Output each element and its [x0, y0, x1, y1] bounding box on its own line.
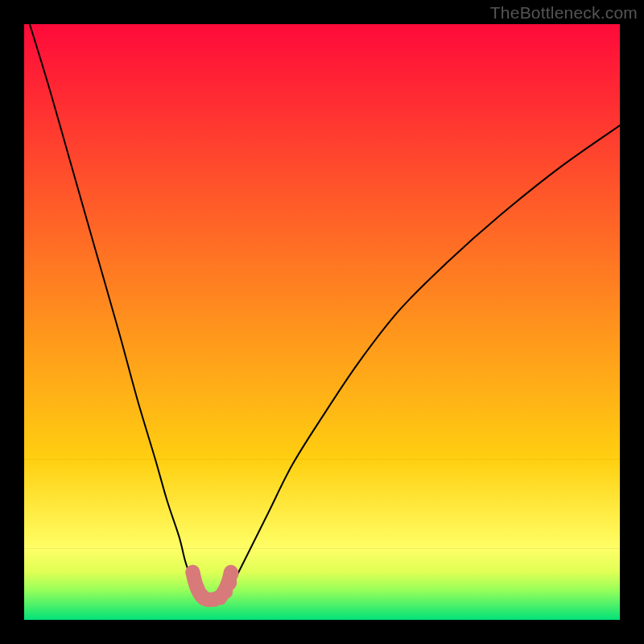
watermark-text: TheBottleneck.com [490, 3, 638, 23]
chart-svg [24, 24, 620, 620]
cup-dot [225, 566, 239, 580]
svg-rect-4 [24, 590, 620, 620]
gradient-background [24, 24, 620, 620]
chart-frame: TheBottleneck.com [0, 0, 644, 644]
plot-area [24, 24, 620, 620]
svg-rect-0 [24, 24, 620, 460]
svg-rect-1 [24, 459, 620, 549]
svg-rect-3 [24, 572, 620, 591]
cup-dot [185, 565, 200, 580]
svg-rect-2 [24, 548, 620, 572]
